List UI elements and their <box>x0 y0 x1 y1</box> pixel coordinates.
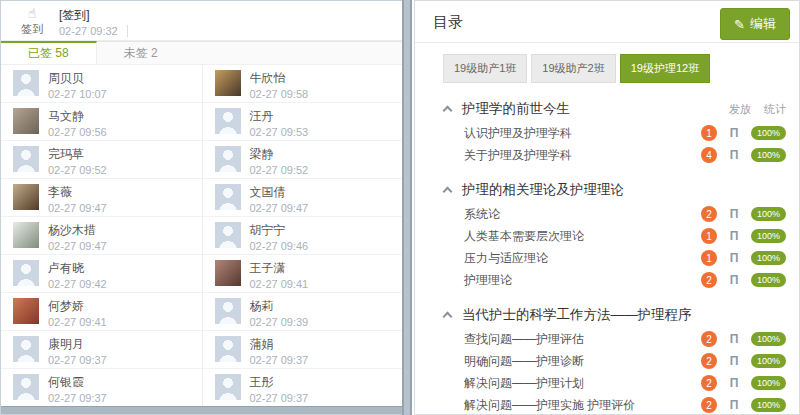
avatar <box>13 222 39 248</box>
column-headers: 发放 统计 <box>729 102 786 117</box>
attendee-time: 02-27 09:37 <box>250 353 309 367</box>
avatar <box>13 298 39 324</box>
attendee-name: 胡宁宁 <box>250 223 309 237</box>
attendee-time: 02-27 09:37 <box>250 391 309 405</box>
chevron-up-icon <box>443 186 453 196</box>
stats-pi-icon[interactable]: Π <box>727 148 741 162</box>
stats-pi-icon[interactable]: Π <box>727 332 741 346</box>
toc-item-row[interactable]: 关于护理及护理学科 4 Π 100% <box>464 144 786 166</box>
avatar <box>215 260 241 286</box>
section-header[interactable]: 当代护士的科学工作方法——护理程序 <box>443 306 786 324</box>
toc-item-row[interactable]: 压力与适应理论 1 Π 100% <box>464 247 786 269</box>
attendee-time: 02-27 09:52 <box>250 163 309 177</box>
attendee-row[interactable]: 蒲娟 02-27 09:37 <box>202 331 403 369</box>
column-header-stats: 统计 <box>764 102 786 117</box>
hand-point-up-icon: ☝ <box>28 6 37 21</box>
stats-pi-icon[interactable]: Π <box>727 398 741 412</box>
section-header[interactable]: 护理学的前世今生 发放 统计 <box>443 100 786 118</box>
attendee-row[interactable]: 梁静 02-27 09:52 <box>202 141 403 179</box>
stats-pi-icon[interactable]: Π <box>727 354 741 368</box>
attendee-row[interactable]: 王彤 02-27 09:37 <box>202 369 403 407</box>
toc-item-row[interactable]: 护理理论 2 Π 100% <box>464 269 786 291</box>
attendee-row[interactable]: 胡宁宁 02-27 09:46 <box>202 217 403 255</box>
section-title: 护理学的前世今生 <box>462 100 570 118</box>
attendee-name: 蒲娟 <box>250 337 309 351</box>
stats-pi-icon[interactable]: Π <box>727 126 741 140</box>
toc-section: 护理的相关理论及护理理论 系统论 2 Π 100% 人类基本需要层次理论 1 Π… <box>443 181 786 291</box>
attendee-row[interactable]: 杨莉 02-27 09:39 <box>202 293 403 331</box>
pencil-icon: ✎ <box>734 18 745 31</box>
toc-item-row[interactable]: 解决问题——护理计划 2 Π 100% <box>464 372 786 394</box>
app-window: ☝ 签到 [签到] 02-27 09:32 已签 58 未签 2 周贝贝 02-… <box>0 0 800 415</box>
avatar <box>215 70 241 96</box>
section-items: 认识护理及护理学科 1 Π 100% 关于护理及护理学科 4 Π 100% <box>464 122 786 166</box>
attendee-row[interactable]: 王子潇 02-27 09:41 <box>202 255 403 293</box>
attendee-time: 02-27 09:56 <box>48 125 107 139</box>
attendee-time: 02-27 09:42 <box>48 277 107 291</box>
stats-pi-icon[interactable]: Π <box>727 251 741 265</box>
percent-badge: 100% <box>751 207 786 221</box>
toc-item-row[interactable]: 人类基本需要层次理论 1 Π 100% <box>464 225 786 247</box>
section-items: 系统论 2 Π 100% 人类基本需要层次理论 1 Π 100% 压力与适应理论… <box>464 203 786 291</box>
percent-badge: 100% <box>751 148 786 162</box>
attendee-time: 02-27 09:41 <box>48 315 107 329</box>
toc-item-row[interactable]: 查找问题——护理评估 2 Π 100% <box>464 328 786 350</box>
class-tab[interactable]: 19级助产1班 <box>443 54 527 83</box>
stats-pi-icon[interactable]: Π <box>727 376 741 390</box>
attendee-time: 02-27 09:52 <box>48 163 107 177</box>
avatar <box>13 108 39 134</box>
attendee-row[interactable]: 李薇 02-27 09:47 <box>1 179 202 217</box>
percent-badge: 100% <box>751 126 786 140</box>
class-tab-bar: 19级助产1班 19级助产2班 19级护理12班 <box>415 43 799 83</box>
percent-badge: 100% <box>751 354 786 368</box>
toc-item-title: 明确问题——护理诊断 <box>464 353 584 370</box>
stats-pi-icon[interactable]: Π <box>727 273 741 287</box>
edit-button[interactable]: ✎ 编辑 <box>720 8 790 40</box>
column-header-issued: 发放 <box>729 102 751 117</box>
avatar <box>215 222 241 248</box>
stats-pi-icon[interactable]: Π <box>727 229 741 243</box>
percent-badge: 100% <box>751 273 786 287</box>
signin-header: ☝ 签到 [签到] 02-27 09:32 <box>1 1 402 41</box>
attendee-row[interactable]: 汪丹 02-27 09:53 <box>202 103 403 141</box>
horizontal-scrollbar[interactable] <box>1 406 402 414</box>
attendee-name: 何梦娇 <box>48 299 107 313</box>
toc-item-row[interactable]: 认识护理及护理学科 1 Π 100% <box>464 122 786 144</box>
attendee-name: 卢有晓 <box>48 261 107 275</box>
attendee-row[interactable]: 马文静 02-27 09:56 <box>1 103 202 141</box>
toc-item-row[interactable]: 明确问题——护理诊断 2 Π 100% <box>464 350 786 372</box>
attendee-row[interactable]: 何银霞 02-27 09:37 <box>1 369 202 407</box>
attendee-name: 文国倩 <box>250 185 309 199</box>
class-tab[interactable]: 19级助产2班 <box>531 54 615 83</box>
attendee-name: 杨莉 <box>250 299 309 313</box>
signin-tab[interactable]: 已签 58 <box>1 41 97 64</box>
section-header[interactable]: 护理的相关理论及护理理论 <box>443 181 786 199</box>
attendee-row[interactable]: 完玛草 02-27 09:52 <box>1 141 202 179</box>
attendee-time: 02-27 09:47 <box>250 201 309 215</box>
attendee-row[interactable]: 卢有晓 02-27 09:42 <box>1 255 202 293</box>
toc-section: 护理学的前世今生 发放 统计 认识护理及护理学科 1 Π 100% 关于护理及护… <box>443 100 786 166</box>
attendee-row[interactable]: 文国倩 02-27 09:47 <box>202 179 403 217</box>
class-tab[interactable]: 19级护理12班 <box>620 54 710 83</box>
toc-panel: 目录 ✎ 编辑 19级助产1班 19级助产2班 19级护理12班 护理学的前世今… <box>414 0 800 415</box>
attendee-row[interactable]: 周贝贝 02-27 10:07 <box>1 65 202 103</box>
attendee-row[interactable]: 何梦娇 02-27 09:41 <box>1 293 202 331</box>
avatar <box>215 146 241 172</box>
attendee-name: 马文静 <box>48 109 107 123</box>
attendee-row[interactable]: 康明月 02-27 09:37 <box>1 331 202 369</box>
signin-tab[interactable]: 未签 2 <box>97 42 185 64</box>
attendee-row[interactable]: 牛欣怡 02-27 09:58 <box>202 65 403 103</box>
toc-sections: 护理学的前世今生 发放 统计 认识护理及护理学科 1 Π 100% 关于护理及护… <box>415 83 799 415</box>
attendee-row[interactable]: 杨沙木措 02-27 09:47 <box>1 217 202 255</box>
attendee-name: 杨沙木措 <box>48 223 107 237</box>
stats-pi-icon[interactable]: Π <box>727 207 741 221</box>
avatar <box>13 374 39 400</box>
toc-item-row[interactable]: 解决问题——护理实施 护理评价 2 Π 100% <box>464 394 786 415</box>
vertical-scrollbar[interactable] <box>402 0 412 415</box>
toc-title: 目录 <box>433 13 463 32</box>
attendee-time: 02-27 09:37 <box>48 391 107 405</box>
section-title: 护理的相关理论及护理理论 <box>462 181 624 199</box>
issued-count-badge: 1 <box>701 228 717 244</box>
toc-item-row[interactable]: 系统论 2 Π 100% <box>464 203 786 225</box>
avatar <box>13 146 39 172</box>
